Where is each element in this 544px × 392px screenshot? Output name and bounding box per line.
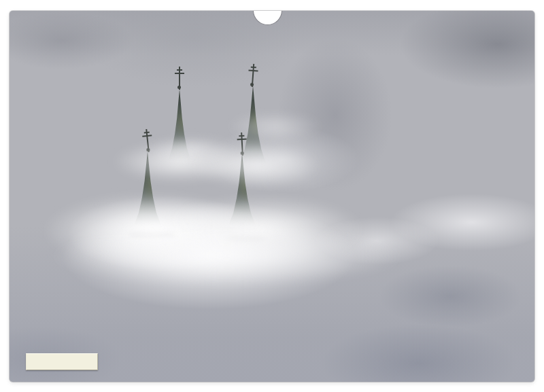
fog-wisp: [227, 113, 322, 140]
fog-wisp: [50, 227, 404, 285]
month-label: [26, 353, 98, 370]
cross-finial-icon: [246, 63, 260, 87]
cross-finial-icon: [173, 67, 186, 90]
date-strip: [10, 353, 534, 372]
calendar-sheet: [10, 11, 534, 382]
fog-wisp: [144, 137, 239, 161]
